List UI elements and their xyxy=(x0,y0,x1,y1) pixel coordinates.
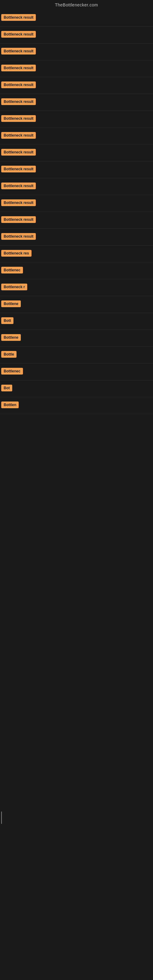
bottleneck-badge[interactable]: Bottle xyxy=(1,351,16,358)
bottleneck-badge[interactable]: Bottleneck result xyxy=(1,132,36,139)
bottleneck-badge[interactable]: Bottlene xyxy=(1,301,21,307)
list-item[interactable]: Bottleneck result xyxy=(0,10,153,27)
bottleneck-badge[interactable]: Bottleneck result xyxy=(1,233,36,240)
list-item[interactable]: Bottleneck result xyxy=(0,178,153,195)
bottleneck-badge[interactable]: Bottleneck result xyxy=(1,183,36,189)
bottleneck-badge[interactable]: Bottleneck result xyxy=(1,81,36,88)
list-item[interactable]: Bottleneck result xyxy=(0,229,153,246)
list-item[interactable]: Bottleneck result xyxy=(0,77,153,94)
bottleneck-badge[interactable]: Bottlenec xyxy=(1,267,23,274)
list-item[interactable]: Bottleneck result xyxy=(0,195,153,212)
bottleneck-badge[interactable]: Bottleneck result xyxy=(1,216,36,223)
list-item[interactable]: Bottleneck res xyxy=(0,246,153,262)
list-item[interactable]: Bottlen xyxy=(0,397,153,414)
bottleneck-badge[interactable]: Bottleneck result xyxy=(1,14,36,21)
list-item[interactable]: Bottleneck result xyxy=(0,145,153,161)
list-item[interactable]: Bottleneck result xyxy=(0,111,153,128)
list-item[interactable]: Bottlenec xyxy=(0,364,153,380)
list-item[interactable]: Bottleneck result xyxy=(0,60,153,77)
list-item[interactable]: Bottleneck result xyxy=(0,128,153,145)
list-item[interactable]: Bottleneck r xyxy=(0,279,153,296)
bottleneck-badge[interactable]: Bottleneck result xyxy=(1,149,36,156)
bottleneck-badge[interactable]: Bottleneck result xyxy=(1,48,36,54)
bottleneck-badge[interactable]: Bottlene xyxy=(1,334,21,341)
bottleneck-badge[interactable]: Bottleneck res xyxy=(1,250,32,257)
bottleneck-badge[interactable]: Bottleneck result xyxy=(1,166,36,172)
list-item[interactable]: Bottleneck result xyxy=(0,212,153,229)
bottleneck-badge[interactable]: Bottlenec xyxy=(1,368,23,375)
bottleneck-badge[interactable]: Bott xyxy=(1,317,13,324)
site-title: TheBottlenecker.com xyxy=(0,0,153,10)
list-item[interactable]: Bottlene xyxy=(0,296,153,313)
bottleneck-badge[interactable]: Bottleneck result xyxy=(1,199,36,206)
list-item[interactable]: Bott xyxy=(0,313,153,330)
list-item[interactable]: Bottleneck result xyxy=(0,43,153,60)
bottleneck-badge[interactable]: Bot xyxy=(1,385,12,391)
list-item[interactable]: Bottleneck result xyxy=(0,94,153,111)
bottleneck-badge[interactable]: Bottleneck r xyxy=(1,283,27,290)
bottleneck-badge[interactable]: Bottlen xyxy=(1,401,19,408)
list-item[interactable]: Bottleneck result xyxy=(0,27,153,43)
list-item[interactable]: Bottlenec xyxy=(0,262,153,279)
bottleneck-badge[interactable]: Bottleneck result xyxy=(1,115,36,122)
bottleneck-badge[interactable]: Bottleneck result xyxy=(1,65,36,72)
list-item[interactable]: Bottlene xyxy=(0,330,153,347)
list-item[interactable]: Bottle xyxy=(0,347,153,364)
cursor xyxy=(1,811,2,824)
list-item[interactable]: Bot xyxy=(0,380,153,397)
bottleneck-badge[interactable]: Bottleneck result xyxy=(1,98,36,105)
list-item[interactable]: Bottleneck result xyxy=(0,161,153,178)
bottleneck-badge[interactable]: Bottleneck result xyxy=(1,31,36,38)
